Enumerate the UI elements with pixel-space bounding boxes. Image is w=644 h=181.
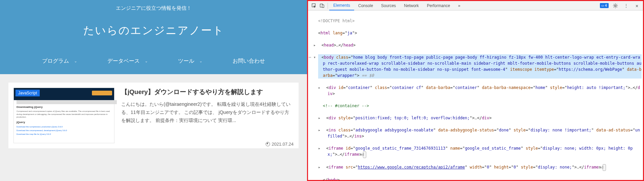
dom-node[interactable]: ▸<iframe id="google_osd_static_frame_731… <box>323 145 642 158</box>
nav-menu: プログラム⌄ データベース⌄ ツール⌄ お問い合わせ <box>0 55 307 67</box>
dom-node[interactable]: ▸<head>…</head> <box>318 42 642 48</box>
ad-badge: ad <box>603 164 606 171</box>
message-count-badge[interactable]: ▭ 4 <box>600 3 609 8</box>
devtools-panel: Elements Console Sources Network Perform… <box>307 0 644 181</box>
close-icon[interactable]: ✕ <box>634 3 640 8</box>
device-toggle-icon[interactable] <box>319 3 325 8</box>
dom-node[interactable]: </body> <box>323 177 642 180</box>
dom-node[interactable]: <!DOCTYPE html> <box>318 18 642 24</box>
dom-node-selected[interactable]: ⋯▾<body class="home blog body front-top-… <box>318 54 642 79</box>
inspect-element-icon[interactable] <box>311 3 317 8</box>
collapse-toggle-icon[interactable]: ▾ <box>318 54 321 60</box>
tab-performance[interactable]: Performance <box>423 1 454 10</box>
site-title[interactable]: たいらのエンジニアノート <box>0 23 307 38</box>
dom-node[interactable]: <html lang="ja"> <box>318 30 642 36</box>
svg-rect-2 <box>322 5 324 7</box>
gear-icon[interactable] <box>613 3 618 8</box>
article-thumbnail: JavaScript jQuery Downloading jQuery Com… <box>13 88 114 143</box>
tab-elements[interactable]: Elements <box>329 1 354 10</box>
expand-toggle-icon[interactable]: ▸ <box>323 85 326 91</box>
category-badge[interactable]: JavaScript <box>15 90 40 96</box>
chevron-down-icon: ⌄ <box>74 59 77 63</box>
content-area: JavaScript jQuery Downloading jQuery Com… <box>0 74 307 157</box>
svg-point-3 <box>615 5 616 6</box>
nav-item-tool[interactable]: ツール⌄ <box>163 55 217 67</box>
expand-toggle-icon[interactable]: ▸ <box>323 145 326 151</box>
nav-item-database[interactable]: データベース⌄ <box>92 55 163 67</box>
chevron-down-icon: ⌄ <box>145 59 148 63</box>
clock-icon <box>266 142 270 146</box>
article-excerpt: こんにちは。たいら(@tairaengineer2)です。 転職を繰り返し現在4… <box>121 100 294 124</box>
site-header: エンジニアに役立つ情報を発信！ たいらのエンジニアノート プログラム⌄ データベ… <box>0 0 307 74</box>
expand-toggle-icon[interactable]: ▸ <box>323 127 326 133</box>
article-title: 【jQuery】ダウンロードするやり方を解説します <box>121 88 294 96</box>
nav-item-contact[interactable]: お問い合わせ <box>217 55 280 67</box>
site-tagline: エンジニアに役立つ情報を発信！ <box>0 5 307 11</box>
dom-node[interactable]: ▸<iframe src="https://www.google.com/rec… <box>323 164 642 171</box>
dom-node[interactable]: ▸<ins class="adsbygoogle adsbygoogle-noa… <box>323 127 642 139</box>
kebab-menu-icon[interactable]: ⋮ <box>623 3 629 8</box>
article-body: 【jQuery】ダウンロードするやり方を解説します こんにちは。たいら(@tai… <box>121 88 294 143</box>
tab-network[interactable]: Network <box>400 1 423 10</box>
expand-toggle-icon[interactable]: ▸ <box>323 164 326 170</box>
article-card[interactable]: JavaScript jQuery Downloading jQuery Com… <box>8 83 299 148</box>
tab-console[interactable]: Console <box>354 1 377 10</box>
dom-comment[interactable]: <!-- #container --> <box>323 103 642 109</box>
tab-sources[interactable]: Sources <box>377 1 400 10</box>
nav-item-program[interactable]: プログラム⌄ <box>27 55 92 67</box>
expand-toggle-icon[interactable]: ▸ <box>318 42 321 48</box>
website-viewport: エンジニアに役立つ情報を発信！ たいらのエンジニアノート プログラム⌄ データベ… <box>0 0 307 181</box>
devtools-tabbar: Elements Console Sources Network Perform… <box>308 1 643 10</box>
ad-badge: ad <box>363 151 366 158</box>
dom-node[interactable]: ▸<div style="position:fixed; top:0; left… <box>323 115 642 121</box>
tabs-overflow[interactable]: » <box>454 1 465 10</box>
article-date: 2021.07.24 <box>266 142 294 147</box>
dom-node[interactable]: ▸<div id="container" class="container cf… <box>323 85 642 97</box>
chevron-down-icon: ⌄ <box>199 59 202 63</box>
dom-tree[interactable]: <!DOCTYPE html> <html lang="ja"> ▸<head>… <box>308 10 643 180</box>
expand-toggle-icon[interactable]: ▸ <box>323 115 326 121</box>
